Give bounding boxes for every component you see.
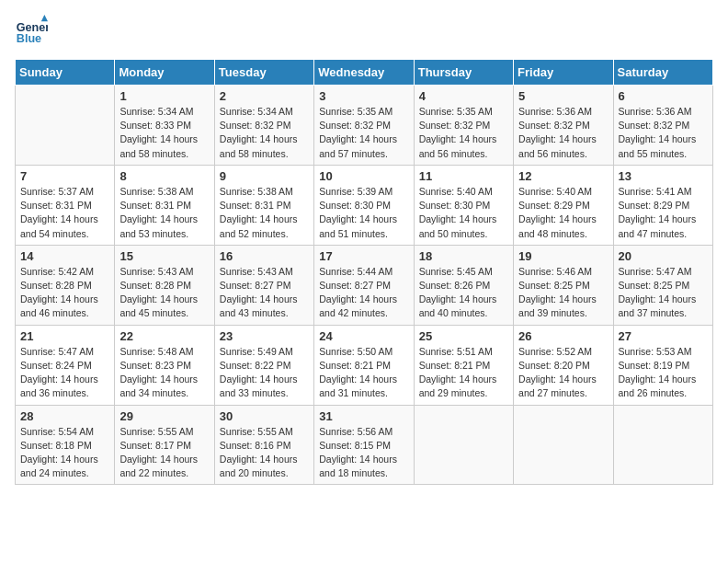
calendar-cell: 7Sunrise: 5:37 AMSunset: 8:31 PMDaylight…: [16, 165, 115, 245]
calendar-cell: [514, 405, 613, 485]
calendar-cell: 12Sunrise: 5:40 AMSunset: 8:29 PMDayligh…: [514, 165, 613, 245]
calendar-week-row: 1Sunrise: 5:34 AMSunset: 8:33 PMDaylight…: [16, 86, 713, 166]
day-info: Sunrise: 5:55 AMSunset: 8:16 PMDaylight:…: [220, 425, 309, 481]
calendar-cell: 9Sunrise: 5:38 AMSunset: 8:31 PMDaylight…: [214, 165, 313, 245]
day-info: Sunrise: 5:46 AMSunset: 8:25 PMDaylight:…: [518, 265, 608, 321]
calendar-cell: 14Sunrise: 5:42 AMSunset: 8:28 PMDayligh…: [16, 245, 115, 325]
svg-text:Blue: Blue: [17, 32, 41, 45]
day-info: Sunrise: 5:54 AMSunset: 8:18 PMDaylight:…: [20, 425, 109, 481]
day-info: Sunrise: 5:38 AMSunset: 8:31 PMDaylight:…: [220, 185, 309, 241]
day-number: 3: [319, 89, 408, 103]
day-info: Sunrise: 5:47 AMSunset: 8:24 PMDaylight:…: [20, 345, 109, 401]
calendar-cell: 10Sunrise: 5:39 AMSunset: 8:30 PMDayligh…: [314, 165, 414, 245]
day-number: 4: [419, 89, 508, 103]
day-number: 5: [518, 89, 608, 103]
weekday-header-friday: Friday: [514, 60, 613, 86]
calendar-week-row: 21Sunrise: 5:47 AMSunset: 8:24 PMDayligh…: [16, 325, 713, 405]
day-number: 10: [319, 169, 408, 183]
day-number: 13: [619, 169, 708, 183]
calendar-header-row: SundayMondayTuesdayWednesdayThursdayFrid…: [16, 60, 713, 86]
day-info: Sunrise: 5:36 AMSunset: 8:32 PMDaylight:…: [619, 105, 708, 161]
day-info: Sunrise: 5:56 AMSunset: 8:15 PMDaylight:…: [319, 425, 408, 481]
calendar-week-row: 7Sunrise: 5:37 AMSunset: 8:31 PMDaylight…: [16, 165, 713, 245]
day-number: 19: [518, 249, 608, 263]
calendar-cell: 31Sunrise: 5:56 AMSunset: 8:15 PMDayligh…: [314, 405, 414, 485]
calendar-cell: 26Sunrise: 5:52 AMSunset: 8:20 PMDayligh…: [514, 325, 613, 405]
calendar-cell: 19Sunrise: 5:46 AMSunset: 8:25 PMDayligh…: [514, 245, 613, 325]
day-info: Sunrise: 5:44 AMSunset: 8:27 PMDaylight:…: [319, 265, 408, 321]
calendar-cell: 21Sunrise: 5:47 AMSunset: 8:24 PMDayligh…: [16, 325, 115, 405]
calendar-cell: 5Sunrise: 5:36 AMSunset: 8:32 PMDaylight…: [514, 86, 613, 166]
page-header: General Blue: [15, 15, 713, 48]
day-number: 30: [220, 409, 309, 423]
calendar-cell: 28Sunrise: 5:54 AMSunset: 8:18 PMDayligh…: [16, 405, 115, 485]
day-info: Sunrise: 5:35 AMSunset: 8:32 PMDaylight:…: [419, 105, 508, 161]
day-number: 2: [220, 89, 309, 103]
calendar-table: SundayMondayTuesdayWednesdayThursdayFrid…: [15, 59, 713, 485]
calendar-cell: 13Sunrise: 5:41 AMSunset: 8:29 PMDayligh…: [613, 165, 712, 245]
day-info: Sunrise: 5:50 AMSunset: 8:21 PMDaylight:…: [319, 345, 408, 401]
calendar-cell: 2Sunrise: 5:34 AMSunset: 8:32 PMDaylight…: [214, 86, 313, 166]
day-number: 1: [119, 89, 209, 103]
calendar-cell: 1Sunrise: 5:34 AMSunset: 8:33 PMDaylight…: [115, 86, 214, 166]
day-number: 27: [619, 329, 708, 343]
day-number: 31: [319, 409, 408, 423]
weekday-header-thursday: Thursday: [414, 60, 513, 86]
calendar-cell: 29Sunrise: 5:55 AMSunset: 8:17 PMDayligh…: [115, 405, 214, 485]
calendar-cell: 11Sunrise: 5:40 AMSunset: 8:30 PMDayligh…: [414, 165, 513, 245]
day-number: 7: [20, 169, 109, 183]
day-info: Sunrise: 5:37 AMSunset: 8:31 PMDaylight:…: [20, 185, 109, 241]
day-number: 11: [419, 169, 508, 183]
logo: General Blue: [15, 15, 51, 48]
weekday-header-sunday: Sunday: [16, 60, 115, 86]
day-info: Sunrise: 5:51 AMSunset: 8:21 PMDaylight:…: [419, 345, 508, 401]
day-number: 9: [220, 169, 309, 183]
day-number: 26: [518, 329, 608, 343]
calendar-cell: 17Sunrise: 5:44 AMSunset: 8:27 PMDayligh…: [314, 245, 414, 325]
day-info: Sunrise: 5:35 AMSunset: 8:32 PMDaylight:…: [319, 105, 408, 161]
calendar-week-row: 14Sunrise: 5:42 AMSunset: 8:28 PMDayligh…: [16, 245, 713, 325]
calendar-cell: [414, 405, 513, 485]
logo-icon: General Blue: [15, 15, 48, 48]
day-info: Sunrise: 5:42 AMSunset: 8:28 PMDaylight:…: [20, 265, 109, 321]
calendar-cell: 4Sunrise: 5:35 AMSunset: 8:32 PMDaylight…: [414, 86, 513, 166]
calendar-cell: 22Sunrise: 5:48 AMSunset: 8:23 PMDayligh…: [115, 325, 214, 405]
day-info: Sunrise: 5:52 AMSunset: 8:20 PMDaylight:…: [518, 345, 608, 401]
calendar-week-row: 28Sunrise: 5:54 AMSunset: 8:18 PMDayligh…: [16, 405, 713, 485]
day-info: Sunrise: 5:39 AMSunset: 8:30 PMDaylight:…: [319, 185, 408, 241]
day-number: 21: [20, 329, 109, 343]
day-info: Sunrise: 5:41 AMSunset: 8:29 PMDaylight:…: [619, 185, 708, 241]
calendar-cell: 27Sunrise: 5:53 AMSunset: 8:19 PMDayligh…: [613, 325, 712, 405]
day-number: 20: [619, 249, 708, 263]
day-info: Sunrise: 5:43 AMSunset: 8:28 PMDaylight:…: [119, 265, 209, 321]
day-info: Sunrise: 5:43 AMSunset: 8:27 PMDaylight:…: [220, 265, 309, 321]
day-number: 29: [119, 409, 209, 423]
day-number: 24: [319, 329, 408, 343]
calendar-cell: 6Sunrise: 5:36 AMSunset: 8:32 PMDaylight…: [613, 86, 712, 166]
day-number: 23: [220, 329, 309, 343]
day-number: 6: [619, 89, 708, 103]
calendar-cell: 20Sunrise: 5:47 AMSunset: 8:25 PMDayligh…: [613, 245, 712, 325]
day-info: Sunrise: 5:34 AMSunset: 8:33 PMDaylight:…: [119, 105, 209, 161]
day-number: 17: [319, 249, 408, 263]
svg-marker-2: [41, 15, 48, 21]
day-number: 15: [119, 249, 209, 263]
calendar-cell: 23Sunrise: 5:49 AMSunset: 8:22 PMDayligh…: [214, 325, 313, 405]
day-number: 12: [518, 169, 608, 183]
calendar-cell: 15Sunrise: 5:43 AMSunset: 8:28 PMDayligh…: [115, 245, 214, 325]
calendar-cell: 18Sunrise: 5:45 AMSunset: 8:26 PMDayligh…: [414, 245, 513, 325]
calendar-cell: 25Sunrise: 5:51 AMSunset: 8:21 PMDayligh…: [414, 325, 513, 405]
day-number: 22: [119, 329, 209, 343]
day-info: Sunrise: 5:55 AMSunset: 8:17 PMDaylight:…: [119, 425, 209, 481]
calendar-cell: 3Sunrise: 5:35 AMSunset: 8:32 PMDaylight…: [314, 86, 414, 166]
calendar-cell: 30Sunrise: 5:55 AMSunset: 8:16 PMDayligh…: [214, 405, 313, 485]
calendar-cell: 24Sunrise: 5:50 AMSunset: 8:21 PMDayligh…: [314, 325, 414, 405]
day-info: Sunrise: 5:53 AMSunset: 8:19 PMDaylight:…: [619, 345, 708, 401]
calendar-cell: [613, 405, 712, 485]
day-info: Sunrise: 5:40 AMSunset: 8:29 PMDaylight:…: [518, 185, 608, 241]
day-info: Sunrise: 5:34 AMSunset: 8:32 PMDaylight:…: [220, 105, 309, 161]
day-number: 18: [419, 249, 508, 263]
day-number: 16: [220, 249, 309, 263]
weekday-header-saturday: Saturday: [613, 60, 712, 86]
weekday-header-monday: Monday: [115, 60, 214, 86]
